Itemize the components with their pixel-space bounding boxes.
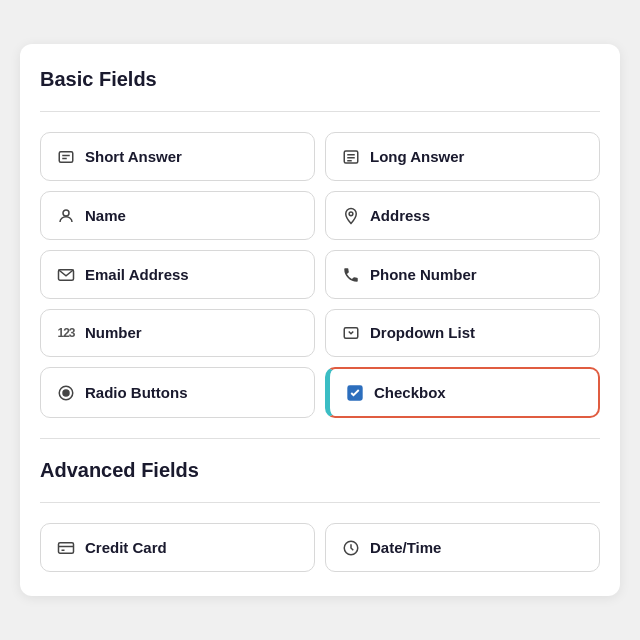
dropdown-label: Dropdown List [370, 324, 475, 341]
phone-icon [342, 265, 360, 284]
name-icon [57, 206, 75, 225]
checkbox-label: Checkbox [374, 384, 446, 401]
svg-rect-14 [59, 543, 74, 554]
credit-card-button[interactable]: Credit Card [40, 523, 315, 572]
phone-button[interactable]: Phone Number [325, 250, 600, 299]
address-label: Address [370, 207, 430, 224]
datetime-icon [342, 538, 360, 557]
short-answer-icon [57, 147, 75, 166]
svg-rect-0 [59, 152, 73, 163]
datetime-label: Date/Time [370, 539, 441, 556]
basic-fields-grid: Short Answer Long Answer N [40, 132, 600, 418]
email-icon [57, 265, 75, 284]
radio-icon [57, 383, 75, 402]
checkbox-button[interactable]: Checkbox [325, 367, 600, 418]
dropdown-button[interactable]: Dropdown List [325, 309, 600, 358]
radio-button[interactable]: Radio Buttons [40, 367, 315, 418]
short-answer-button[interactable]: Short Answer [40, 132, 315, 181]
phone-label: Phone Number [370, 266, 477, 283]
svg-point-7 [63, 210, 69, 216]
email-label: Email Address [85, 266, 189, 283]
radio-label: Radio Buttons [85, 384, 188, 401]
credit-card-icon [57, 538, 75, 557]
long-answer-icon [342, 147, 360, 166]
datetime-button[interactable]: Date/Time [325, 523, 600, 572]
advanced-fields-grid: Credit Card Date/Time [40, 523, 600, 572]
address-button[interactable]: Address [325, 191, 600, 240]
basic-divider [40, 111, 600, 112]
long-answer-label: Long Answer [370, 148, 464, 165]
advanced-divider2 [40, 502, 600, 503]
svg-point-12 [63, 390, 69, 396]
long-answer-button[interactable]: Long Answer [325, 132, 600, 181]
short-answer-label: Short Answer [85, 148, 182, 165]
name-button[interactable]: Name [40, 191, 315, 240]
name-label: Name [85, 207, 126, 224]
credit-card-label: Credit Card [85, 539, 167, 556]
fields-panel: Basic Fields Short Answer [20, 44, 620, 596]
address-icon [342, 206, 360, 225]
number-label: Number [85, 324, 142, 341]
email-button[interactable]: Email Address [40, 250, 315, 299]
number-button[interactable]: 123 Number [40, 309, 315, 358]
advanced-fields-title: Advanced Fields [40, 459, 600, 482]
dropdown-icon [342, 324, 360, 343]
basic-fields-title: Basic Fields [40, 68, 600, 91]
advanced-divider [40, 438, 600, 439]
number-icon: 123 [57, 326, 75, 340]
checkbox-icon [346, 383, 364, 402]
svg-point-8 [349, 212, 353, 216]
